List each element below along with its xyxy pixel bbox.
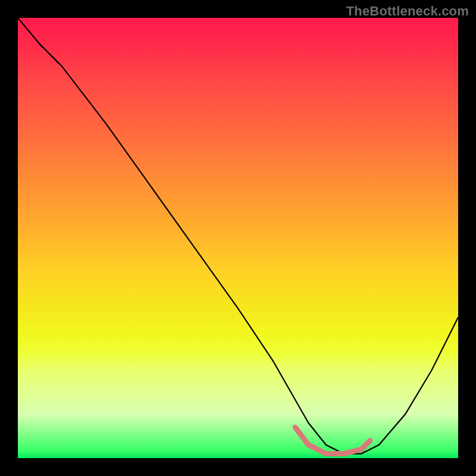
curve-svg [18,18,458,458]
plot-area [18,18,458,458]
chart-container: TheBottleneck.com [0,0,476,476]
highlight-curve [295,427,370,453]
watermark-text: TheBottleneck.com [346,4,469,19]
main-curve [18,18,458,454]
